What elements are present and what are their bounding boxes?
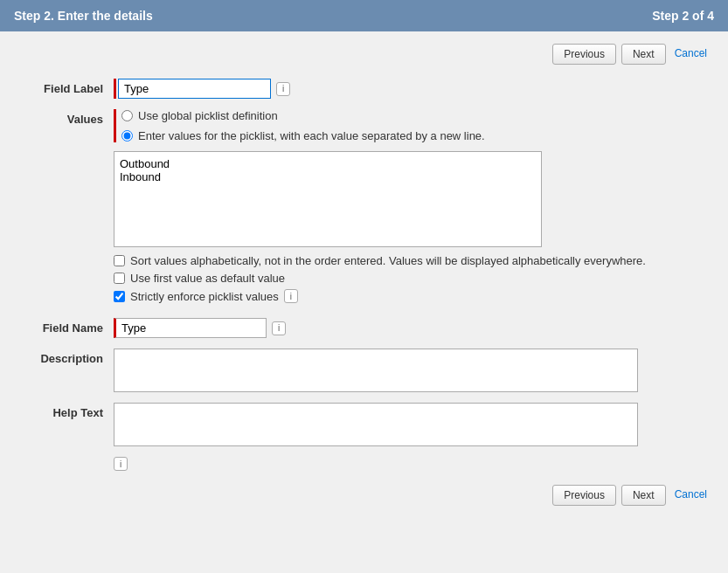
- values-label: Values: [17, 109, 114, 126]
- enforce-checkbox[interactable]: [114, 291, 125, 302]
- description-label: Description: [17, 349, 114, 365]
- help-text-label: Help Text: [17, 403, 114, 419]
- values-field: Use global picklist definition Enter val…: [114, 109, 711, 307]
- help-text-info-icon[interactable]: i: [114, 457, 128, 471]
- field-label-input-wrapper: i: [114, 79, 290, 99]
- top-navigation: Previous Next Cancel: [17, 44, 711, 65]
- field-label-label: Field Label: [17, 79, 114, 95]
- help-text-row: Help Text: [17, 403, 711, 446]
- radio-enter-label: Enter values for the picklist, with each…: [138, 129, 485, 142]
- header-step: Step 2 of 4: [652, 9, 714, 23]
- field-name-label: Field Name: [17, 318, 114, 335]
- picklist-textarea[interactable]: Outbound Inbound: [114, 151, 542, 247]
- field-label-row: Field Label i: [17, 79, 711, 99]
- previous-button-top[interactable]: Previous: [552, 44, 616, 65]
- radio-option-enter[interactable]: Enter values for the picklist, with each…: [121, 129, 485, 142]
- sort-checkbox-row: Sort values alphabetically, not in the o…: [114, 254, 646, 267]
- field-name-field: i: [114, 318, 711, 338]
- cancel-link-top[interactable]: Cancel: [671, 44, 711, 65]
- sort-checkbox[interactable]: [114, 255, 125, 266]
- field-name-input[interactable]: [114, 318, 267, 338]
- help-text-info-row: i: [17, 457, 711, 471]
- radio-global-label: Use global picklist definition: [138, 109, 278, 122]
- description-field: [114, 349, 711, 392]
- header-title: Step 2. Enter the details: [14, 9, 153, 23]
- help-text-info-field: i: [114, 457, 711, 471]
- page-wrapper: Step 2. Enter the details Step 2 of 4 Pr…: [0, 0, 728, 573]
- radio-enter-values[interactable]: [121, 130, 133, 142]
- field-name-wrapper: i: [114, 318, 286, 338]
- cancel-link-bottom[interactable]: Cancel: [671, 485, 711, 506]
- default-checkbox-row: Use first value as default value: [114, 272, 285, 285]
- description-textarea[interactable]: [114, 349, 638, 392]
- radio-global-picklist[interactable]: [121, 110, 133, 121]
- default-checkbox[interactable]: [114, 273, 125, 284]
- radio-option-global[interactable]: Use global picklist definition: [121, 109, 485, 122]
- next-button-top[interactable]: Next: [621, 44, 666, 65]
- field-name-info-icon[interactable]: i: [272, 321, 286, 335]
- help-text-textarea[interactable]: [114, 403, 638, 446]
- radio-options-wrapper: Use global picklist definition Enter val…: [114, 109, 485, 142]
- enforce-info-icon[interactable]: i: [284, 289, 298, 303]
- field-name-row: Field Name i: [17, 318, 711, 338]
- next-button-bottom[interactable]: Next: [621, 485, 666, 506]
- enforce-checkbox-row: Strictly enforce picklist values i: [114, 289, 298, 303]
- default-checkbox-label: Use first value as default value: [130, 272, 285, 285]
- bottom-navigation: Previous Next Cancel: [17, 485, 711, 520]
- radio-group: Use global picklist definition Enter val…: [121, 109, 485, 142]
- sort-checkbox-label: Sort values alphabetically, not in the o…: [130, 254, 646, 267]
- field-label-info-icon[interactable]: i: [276, 82, 290, 96]
- values-row: Values Use global picklist definition En…: [17, 109, 711, 307]
- previous-button-bottom[interactable]: Previous: [552, 485, 616, 506]
- field-label-input[interactable]: [118, 79, 271, 99]
- description-row: Description: [17, 349, 711, 392]
- content-area: Previous Next Cancel Field Label i Value…: [0, 31, 728, 573]
- field-label-field: i: [114, 79, 711, 99]
- help-text-field: [114, 403, 711, 446]
- enforce-checkbox-label: Strictly enforce picklist values: [130, 290, 279, 303]
- header: Step 2. Enter the details Step 2 of 4: [0, 0, 728, 31]
- form-section: Field Label i Values Use: [17, 79, 711, 471]
- help-text-info-spacer: [17, 457, 114, 460]
